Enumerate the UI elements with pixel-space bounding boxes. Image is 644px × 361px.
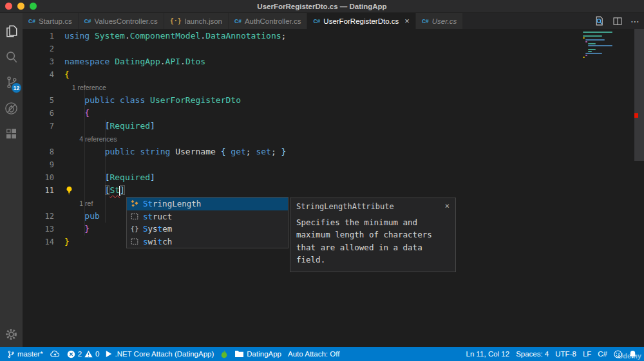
flame-icon [220,349,228,359]
split-editor-icon[interactable] [612,16,623,26]
tab-startup-cs[interactable]: C#Startup.cs [23,13,79,29]
line-number: 8 [23,147,54,156]
code-line: 8 public string Username { get; set; } [23,145,644,158]
close-icon[interactable]: × [445,202,450,210]
suggest-item-stringlength[interactable]: StringLength [127,198,288,210]
minimap-line [583,35,602,37]
status-label: C# [598,350,607,358]
code-line: 7 [Required] [23,120,644,133]
minimap-line [583,37,585,39]
csharp-file-icon: C# [234,18,242,24]
code-text: } [64,236,70,248]
minimize-window-button[interactable] [17,3,24,10]
suggest-item-label: struct [143,212,172,221]
line-number: 13 [23,225,54,234]
codelens-reference-count[interactable]: 1 ref [64,199,93,207]
status-cursor-position[interactable]: Ln 11, Col 12 [463,347,513,361]
line-number: 2 [23,44,54,53]
close-tab-icon[interactable]: × [404,17,410,25]
line-number: 10 [23,173,54,182]
suggest-item-struct[interactable]: struct [127,210,288,223]
branch-icon [7,350,15,358]
folder-icon [234,350,244,358]
keyword-icon [129,236,140,246]
minimap-line [588,49,596,50]
line-number: 3 [23,57,54,66]
code-line: 6 { [23,107,644,120]
status-feedback[interactable] [611,347,625,361]
status-notifications[interactable] [625,350,640,358]
status-language-mode[interactable]: C# [594,347,611,361]
docs-title: StringLengthAttribute [296,202,394,211]
error-icon [67,350,75,358]
suggest-item-system[interactable]: {}System [127,223,288,236]
code-line: 1using System.ComponentModel.DataAnnotat… [23,30,644,42]
line-number: 5 [23,96,54,105]
more-actions-icon[interactable]: ⋯ [630,16,640,26]
activity-source-control-source-control-icon[interactable]: 12 [0,69,23,95]
line-number: 11 [23,186,54,195]
csharp-file-icon: C# [84,18,91,24]
suggest-docs-popup: StringLengthAttribute × Specifies the mi… [290,198,456,272]
code-line: 4{ [23,68,644,81]
status-label: UTF-8 [555,350,576,358]
minimap-line [583,57,585,58]
suggest-item-switch[interactable]: switch [127,236,288,248]
window-controls[interactable] [5,3,37,10]
tab-authcontroller-cs[interactable]: C#AuthController.cs [229,13,307,29]
lightbulb-icon[interactable] [65,186,73,197]
zoom-window-button[interactable] [30,3,37,10]
codelens-reference-count[interactable]: 1 reference [64,84,106,91]
intellisense-suggest-widget: StringLengthstruct{}Systemswitch [126,197,289,248]
minimap-line [588,43,596,44]
tab-label: launch.json [185,17,222,25]
status-debug-config[interactable]: .NET Core Attach (DatingApp) [102,347,217,361]
activity-debug-debug-icon[interactable] [0,95,23,121]
activity-search-search-icon[interactable] [0,44,23,69]
status-label: .NET Core Attach (DatingApp) [115,350,214,358]
warning-icon [84,350,93,358]
cloud-upload-icon [50,349,61,358]
tab-label: Startup.cs [39,17,72,25]
code-line: 2 [23,42,644,55]
play-icon [106,350,112,358]
status-problems[interactable]: 20 [64,347,103,361]
code-editor[interactable]: 1using System.ComponentModel.DataAnnotat… [23,29,644,347]
code-text: [St] [64,184,125,197]
codelens-row: 4 references [23,133,644,145]
open-preview-icon[interactable] [594,15,605,26]
status-sync[interactable] [46,347,64,361]
code-text: [Required] [64,120,155,133]
tab-userforregisterdto-cs[interactable]: C#UserForRegisterDto.cs× [307,13,415,29]
status-indentation[interactable]: Spaces: 4 [513,347,552,361]
status-encoding[interactable]: UTF-8 [552,347,580,361]
codelens-reference-count[interactable]: 4 references [64,135,117,143]
code-text: namespace DatingApp.API.Dtos [64,55,205,68]
smiley-icon [614,350,622,358]
activity-extensions-extensions-icon[interactable] [0,121,23,147]
status-omnisharp-flame[interactable] [217,347,231,361]
tab-valuescontroller-cs[interactable]: C#ValuesController.cs [79,13,164,29]
activity-explorer-files-icon[interactable] [0,18,23,44]
tab-launch-json[interactable]: {·}launch.json [164,13,229,29]
minimap[interactable] [583,32,628,59]
tab-label: User.cs [432,17,457,25]
tab-user-cs[interactable]: C#User.cs [416,13,463,29]
title-bar: UserForRegisterDto.cs — DatingApp [0,0,644,13]
overview-ruler-error-marker [634,113,638,118]
status-git-branch[interactable]: master* [4,347,46,361]
status-label: master* [17,350,43,358]
status-auto-attach[interactable]: Auto Attach: Off [285,347,343,361]
activity-settings-gear-icon[interactable] [0,321,23,347]
minimap-line [585,55,587,56]
docs-body: Specifies the minimum and maximum length… [296,216,450,266]
code-text: pub [64,210,100,223]
status-eol[interactable]: LF [580,347,594,361]
status-project-selector[interactable]: DatingApp [231,347,285,361]
close-window-button[interactable] [5,3,12,10]
line-number: 14 [23,237,54,246]
csharp-file-icon: C# [422,18,429,24]
vertical-scrollbar[interactable] [634,29,644,161]
code-text: public string Username { get; set; } [64,145,286,158]
code-text: using System.ComponentModel.DataAnnotati… [64,30,286,42]
